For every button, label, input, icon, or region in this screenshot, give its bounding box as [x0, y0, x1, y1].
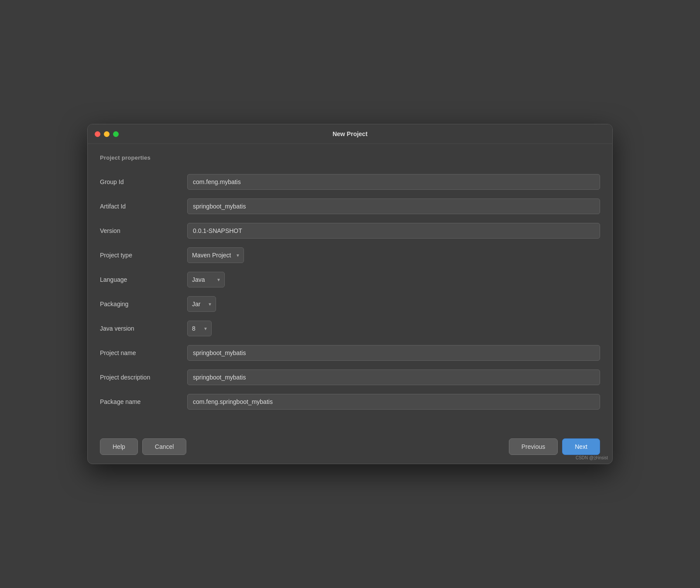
project-name-input[interactable]	[187, 345, 600, 361]
project-type-select-wrapper: Maven Project Gradle Project	[187, 247, 244, 263]
cancel-button[interactable]: Cancel	[142, 438, 187, 455]
packaging-select[interactable]: Jar War	[187, 296, 216, 312]
version-row: Version	[100, 219, 600, 243]
dialog-window: New Project Project properties Group Id …	[87, 124, 613, 464]
version-label: Version	[100, 227, 187, 234]
watermark: CSDN @汐insist	[576, 455, 608, 461]
language-select[interactable]: Java Kotlin Groovy	[187, 272, 225, 287]
java-version-label: Java version	[100, 325, 187, 332]
project-name-row: Project name	[100, 341, 600, 365]
artifact-id-row: Artifact Id	[100, 194, 600, 219]
artifact-id-label: Artifact Id	[100, 203, 187, 210]
footer: Help Cancel Previous Next	[88, 431, 612, 464]
window-controls	[95, 131, 119, 137]
next-button[interactable]: Next	[562, 438, 600, 455]
java-version-select[interactable]: 8 11 17 21	[187, 321, 212, 336]
project-type-select[interactable]: Maven Project Gradle Project	[187, 247, 244, 263]
footer-right-buttons: Previous Next	[509, 438, 600, 455]
section-title: Project properties	[100, 154, 600, 161]
group-id-label: Group Id	[100, 178, 187, 185]
project-description-row: Project description	[100, 365, 600, 390]
minimize-button[interactable]	[104, 131, 110, 137]
language-select-wrapper: Java Kotlin Groovy	[187, 272, 225, 287]
package-name-input[interactable]	[187, 394, 600, 410]
previous-button[interactable]: Previous	[509, 438, 558, 455]
version-input[interactable]	[187, 223, 600, 239]
project-type-row: Project type Maven Project Gradle Projec…	[100, 243, 600, 267]
java-version-select-wrapper: 8 11 17 21	[187, 321, 212, 336]
artifact-id-input[interactable]	[187, 198, 600, 214]
packaging-select-wrapper: Jar War	[187, 296, 216, 312]
maximize-button[interactable]	[113, 131, 119, 137]
package-name-label: Package name	[100, 398, 187, 405]
group-id-row: Group Id	[100, 170, 600, 194]
close-button[interactable]	[95, 131, 100, 137]
form-area: Group Id Artifact Id Version Project typ…	[100, 170, 600, 414]
project-description-input[interactable]	[187, 369, 600, 385]
language-label: Language	[100, 276, 187, 283]
java-version-row: Java version 8 11 17 21	[100, 316, 600, 341]
project-type-label: Project type	[100, 252, 187, 259]
window-title: New Project	[333, 130, 367, 137]
project-name-label: Project name	[100, 349, 187, 356]
footer-left-buttons: Help Cancel	[100, 438, 186, 455]
title-bar: New Project	[88, 124, 612, 144]
group-id-input[interactable]	[187, 174, 600, 190]
packaging-label: Packaging	[100, 301, 187, 308]
language-row: Language Java Kotlin Groovy	[100, 267, 600, 292]
project-description-label: Project description	[100, 374, 187, 381]
packaging-row: Packaging Jar War	[100, 292, 600, 316]
package-name-row: Package name	[100, 390, 600, 414]
content-area: Project properties Group Id Artifact Id …	[88, 144, 612, 423]
help-button[interactable]: Help	[100, 438, 138, 455]
